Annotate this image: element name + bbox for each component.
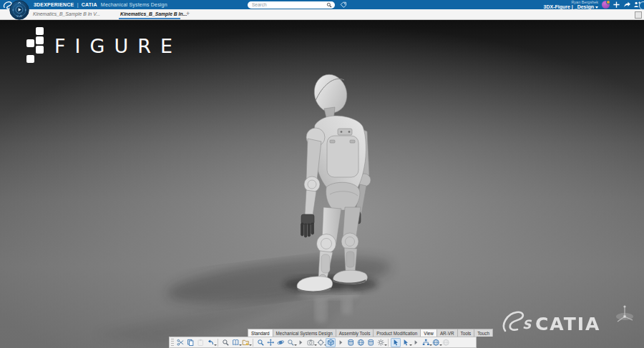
toolbar-grip[interactable] [171, 339, 174, 346]
brand-catia: CATIA [82, 2, 97, 7]
web-offline-button[interactable] [441, 338, 451, 347]
search-input[interactable] [250, 1, 326, 8]
zoom-icon [287, 339, 295, 347]
catia-wordmark: CATIA [535, 314, 600, 334]
workspace-label: 3DX-Figure | _Design [544, 4, 594, 9]
action-bar: StandardMechanical Systems DesignAssembl… [169, 329, 477, 348]
rotate-icon [277, 339, 285, 347]
workspace-selector[interactable]: 3DX-Figure | _Design [544, 4, 598, 9]
document-tab-inactive[interactable]: Kinematics_B_Sample B In V... [33, 9, 100, 19]
paste-button[interactable] [195, 338, 205, 347]
capture-button[interactable] [306, 338, 316, 347]
open-with-issues-button[interactable] [240, 338, 250, 347]
chevron-down-icon [595, 6, 598, 9]
action-tab-mechanical-systems-design[interactable]: Mechanical Systems Design [273, 329, 336, 337]
action-bar-icons [169, 337, 477, 348]
add-content-icon[interactable] [613, 1, 620, 9]
more-views-button[interactable] [336, 338, 346, 347]
zoom-button[interactable] [286, 338, 296, 347]
action-tab-tools[interactable]: Tools [458, 329, 475, 337]
robot-model[interactable] [0, 20, 644, 348]
navigation-triad-icon[interactable] [613, 301, 637, 328]
action-tab-view[interactable]: View [421, 329, 437, 337]
panel-toggle-icon[interactable] [635, 11, 642, 19]
toolbar-separator [253, 339, 253, 347]
database-globe-button[interactable] [356, 338, 366, 347]
toolbar-separator [218, 339, 218, 347]
more-view-commands-button[interactable] [296, 338, 306, 347]
sync-web-button[interactable] [431, 338, 441, 347]
catia-logo: S CATIA [495, 307, 610, 338]
iso-view-button[interactable] [326, 338, 336, 347]
app-brand: 3DEXPERIENCE | CATIA Mechanical Systems … [34, 2, 167, 7]
rotate-button[interactable] [275, 338, 286, 347]
database-globe-icon [357, 339, 365, 347]
undo-icon [207, 339, 215, 347]
sync-web-icon [432, 339, 440, 347]
brand-app-name: Mechanical Systems Design [101, 2, 167, 7]
new-tab-button[interactable]: + [186, 9, 190, 19]
capture-icon [307, 339, 315, 347]
more-select-button[interactable] [411, 338, 421, 347]
save-data-icon [347, 339, 355, 347]
3ds-swoosh-icon [504, 312, 523, 331]
design-tree-icon [422, 339, 430, 347]
options-gear-icon [377, 339, 385, 347]
more-view-commands-icon [297, 339, 305, 347]
search-button[interactable] [220, 338, 230, 347]
active-tab-underline [119, 18, 180, 20]
dropdown-caret-icon[interactable] [384, 344, 387, 346]
action-tab-standard[interactable]: Standard [248, 329, 273, 337]
center-view-button[interactable] [316, 338, 326, 347]
copy-button[interactable] [185, 338, 195, 347]
brand-3dexperience: 3DEXPERIENCE [34, 2, 74, 7]
application-window: 3DEXPERIENCE | CATIA Mechanical Systems … [0, 0, 644, 348]
clipped-help-icon[interactable] [639, 1, 644, 10]
figure-logo: FIGURE [26, 27, 182, 64]
compass-vr-label: V+R [16, 14, 22, 18]
select-database-button[interactable] [401, 338, 411, 347]
catalog-browser-icon [232, 339, 240, 347]
catalog-browser-button[interactable] [230, 338, 240, 347]
3d-viewport[interactable]: FIGURE S CATIA [0, 20, 644, 348]
3ds-s-letter: S [522, 317, 532, 332]
explore-icon [257, 339, 265, 347]
brand-divider: | [77, 2, 79, 7]
action-tab-assembly-tools[interactable]: Assembly Tools [336, 329, 374, 337]
action-tab-touch[interactable]: Touch [474, 329, 493, 337]
tag-search-icon[interactable] [340, 1, 347, 9]
open-with-issues-icon [242, 339, 250, 347]
cut-icon [177, 339, 185, 347]
figure-wordmark: FIGURE [54, 35, 182, 57]
undo-button[interactable] [205, 338, 215, 347]
search-icon [222, 339, 230, 347]
design-tree-button[interactable] [421, 338, 431, 347]
select-button[interactable] [391, 338, 401, 347]
top-bar: 3DEXPERIENCE | CATIA Mechanical Systems … [0, 0, 644, 9]
action-tab-product-modification[interactable]: Product Modification [374, 329, 421, 337]
database-search-icon [367, 339, 375, 347]
more-views-icon [337, 339, 345, 347]
user-avatar[interactable] [602, 1, 610, 9]
search-icon[interactable] [326, 2, 332, 8]
search-bar[interactable] [248, 1, 335, 9]
options-gear-button[interactable] [376, 338, 386, 347]
select-icon [392, 339, 400, 347]
cut-button[interactable] [175, 338, 185, 347]
copy-icon [187, 339, 195, 347]
figure-logo-icon [26, 27, 44, 64]
action-tab-ar-vr[interactable]: AR-VR [437, 329, 458, 337]
share-icon[interactable] [623, 1, 631, 9]
pan-button[interactable] [265, 338, 275, 347]
dropdown-caret-icon[interactable] [249, 344, 252, 346]
notification-dot [606, 0, 610, 4]
select-database-icon [402, 339, 410, 347]
center-view-icon [317, 339, 325, 347]
explore-button[interactable] [255, 338, 265, 347]
dropdown-caret-icon[interactable] [214, 344, 217, 346]
database-search-button[interactable] [366, 338, 376, 347]
3dexperience-compass[interactable]: V+R [9, 0, 29, 20]
save-data-button[interactable] [346, 338, 356, 347]
pan-icon [267, 339, 275, 347]
paste-icon [197, 339, 205, 347]
